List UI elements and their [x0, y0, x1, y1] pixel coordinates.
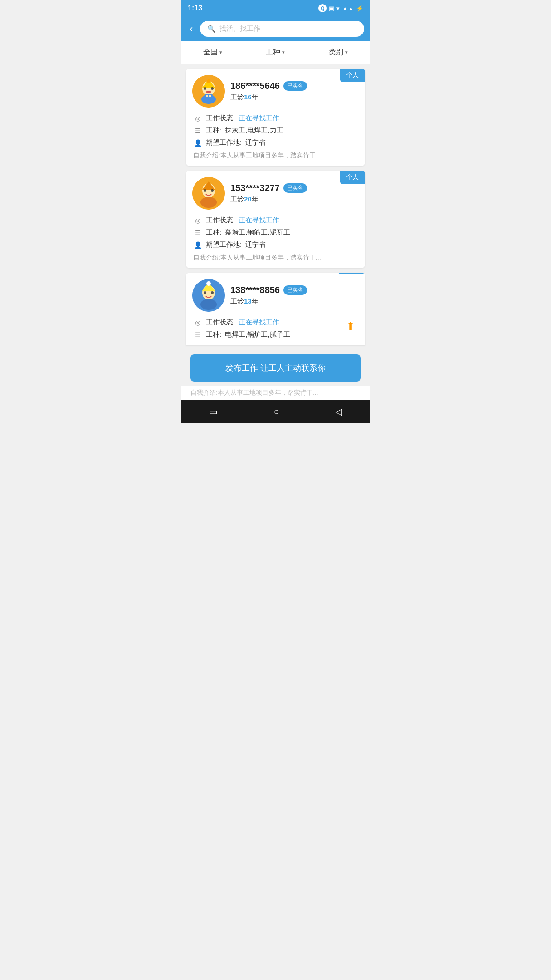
nav-circle-icon[interactable]: ○ [273, 407, 279, 417]
status-icon: ◎ [193, 115, 202, 122]
card-1-years: 工龄16年 [230, 93, 359, 102]
card-1-work-type-label: 工种: [206, 126, 221, 135]
card-1-info: 186****5646 已实名 工龄16年 [230, 81, 359, 102]
svg-rect-18 [204, 197, 213, 202]
card-1-status-row: ◎ 工作状态: 正在寻找工作 [193, 114, 358, 122]
nav-bar: ▭ ○ ◁ [181, 400, 370, 423]
filter-region[interactable]: 全国 ▾ [203, 48, 222, 57]
svg-point-3 [207, 79, 210, 83]
card-2-intro: 自我介绍:本人从事工地项目多年，踏实肯干... [192, 254, 359, 262]
svg-point-4 [204, 87, 206, 90]
filter-category-label: 类别 [329, 48, 343, 57]
card-2-info: 153****3277 已实名 工龄20年 [230, 183, 359, 204]
svg-point-15 [204, 189, 206, 192]
card-3-work-type-row: ☰ 工种: 电焊工,锅炉工,腻子工 [193, 330, 358, 339]
card-3-work-type: 电焊工,锅炉工,腻子工 [225, 330, 290, 339]
card-1-phone: 186****5646 [230, 81, 280, 91]
card-2-phone: 153****3277 [230, 183, 280, 193]
float-up-button[interactable]: ⬆ [342, 318, 359, 334]
location-icon: 👤 [193, 139, 202, 147]
filter-bar: 全国 ▾ 工种 ▾ 类别 ▾ [181, 41, 370, 64]
card-1-status-value: 正在寻找工作 [239, 114, 279, 122]
card-2-detail: ◎ 工作状态: 正在寻找工作 ☰ 工种: 幕墙工,钢筋工,泥瓦工 👤 期望工作地… [192, 216, 359, 249]
card-3-status-label: 工作状态: [206, 318, 235, 327]
card-2-avatar [192, 177, 225, 210]
location-icon-2: 👤 [193, 241, 202, 249]
svg-point-24 [211, 291, 214, 294]
svg-point-16 [211, 189, 214, 192]
card-1-name-row: 186****5646 已实名 [230, 81, 359, 91]
card-1-work-type: 抹灰工,电焊工,力工 [225, 126, 283, 135]
card-3-phone: 138****8856 [230, 285, 280, 295]
work-type-icon-3: ☰ [193, 331, 202, 338]
card-1-top: 186****5646 已实名 工龄16年 [192, 75, 359, 108]
qq-icon: Q [318, 4, 327, 12]
signal-icon: ▲▲ [342, 5, 354, 12]
nav-back-icon[interactable]: ◁ [335, 406, 342, 417]
card-3-status-row: ◎ 工作状态: 正在寻找工作 [193, 318, 358, 327]
card-2-name-row: 153****3277 已实名 [230, 183, 359, 193]
back-button[interactable]: ‹ [187, 22, 195, 36]
card-2-years: 工龄20年 [230, 195, 359, 204]
filter-work-type-label: 工种 [266, 48, 280, 57]
svg-rect-6 [206, 91, 211, 93]
card-3-work-type-label: 工种: [206, 330, 221, 339]
card-3-verified: 已实名 [283, 285, 307, 295]
card-1-verified: 已实名 [283, 81, 307, 91]
search-placeholder: 找活、找工作 [219, 24, 260, 33]
publish-button[interactable]: 发布工作 让工人主动联系你 [190, 354, 361, 382]
filter-work-type-arrow: ▾ [282, 49, 285, 55]
card-3-intro-partial: 自我介绍:本人从事工地项目多年，踏实肯干... [181, 386, 370, 400]
wifi-icon: ▾ [336, 5, 340, 12]
card-1-status-label: 工作状态: [206, 114, 235, 122]
status-icons: Q ▣ ▾ ▲▲ ⚡ [318, 4, 363, 12]
card-2-work-type: 幕墙工,钢筋工,泥瓦工 [225, 228, 290, 237]
card-1-tag: 个人 [340, 69, 365, 82]
card-3-status-value: 正在寻找工作 [239, 318, 279, 327]
card-2-location-label: 期望工作地: [206, 240, 242, 249]
up-arrow-icon: ⬆ [346, 320, 355, 333]
search-icon: 🔍 [207, 25, 216, 33]
filter-category[interactable]: 类别 ▾ [329, 48, 348, 57]
svg-point-22 [206, 281, 211, 286]
svg-rect-9 [206, 95, 208, 97]
card-3-detail: ◎ 工作状态: 正在寻找工作 ☰ 工种: 电焊工,锅炉工,腻子工 [192, 318, 359, 339]
card-1-location: 辽宁省 [245, 138, 266, 147]
svg-rect-26 [204, 299, 213, 304]
card-3-years: 工龄13年 [230, 297, 359, 306]
card-list: 个人 [181, 64, 370, 350]
card-3-top: 138****8856 已实名 工龄13年 [192, 279, 359, 312]
svg-rect-10 [209, 95, 211, 97]
card-2-status-value: 正在寻找工作 [239, 216, 279, 225]
card-1-location-label: 期望工作地: [206, 138, 242, 147]
svg-rect-8 [204, 94, 213, 98]
card-1-work-type-row: ☰ 工种: 抹灰工,电焊工,力工 [193, 126, 358, 135]
card-2-work-type-row: ☰ 工种: 幕墙工,钢筋工,泥瓦工 [193, 228, 358, 237]
svg-point-5 [211, 87, 214, 90]
filter-work-type[interactable]: 工种 ▾ [266, 48, 285, 57]
search-bar[interactable]: 🔍 找活、找工作 [200, 21, 364, 37]
filter-category-arrow: ▾ [345, 49, 348, 55]
worker-card-2[interactable]: 个人 1 [186, 171, 365, 268]
header: ‹ 🔍 找活、找工作 [181, 16, 370, 41]
worker-card-3[interactable]: 138****8856 已实名 工龄13年 ◎ 工作状态: 正在寻找工作 ☰ 工… [186, 273, 365, 345]
sim-icon: ▣ [329, 5, 334, 12]
worker-card-1[interactable]: 个人 [186, 69, 365, 166]
card-1-location-row: 👤 期望工作地: 辽宁省 [193, 138, 358, 147]
card-3-info: 138****8856 已实名 工龄13年 [230, 285, 359, 306]
card-1-detail: ◎ 工作状态: 正在寻找工作 ☰ 工种: 抹灰工,电焊工,力工 👤 期望工作地:… [192, 114, 359, 147]
card-2-top: 153****3277 已实名 工龄20年 [192, 177, 359, 210]
float-refresh-button[interactable]: 🚀 刷新名片 [338, 273, 365, 274]
publish-section: 发布工作 让工人主动联系你 [181, 350, 370, 386]
card-2-status-row: ◎ 工作状态: 正在寻找工作 [193, 216, 358, 225]
card-1-intro: 自我介绍:本人从事工地项目多年，踏实肯干... [192, 152, 359, 160]
card-2-work-type-label: 工种: [206, 228, 221, 237]
battery-icon: ⚡ [356, 5, 363, 12]
work-type-icon: ☰ [193, 127, 202, 134]
card-3-avatar [192, 279, 225, 312]
nav-square-icon[interactable]: ▭ [209, 406, 218, 417]
filter-region-arrow: ▾ [219, 49, 222, 55]
svg-point-23 [204, 291, 206, 294]
status-bar: 1:13 Q ▣ ▾ ▲▲ ⚡ [181, 0, 370, 16]
card-2-status-label: 工作状态: [206, 216, 235, 225]
